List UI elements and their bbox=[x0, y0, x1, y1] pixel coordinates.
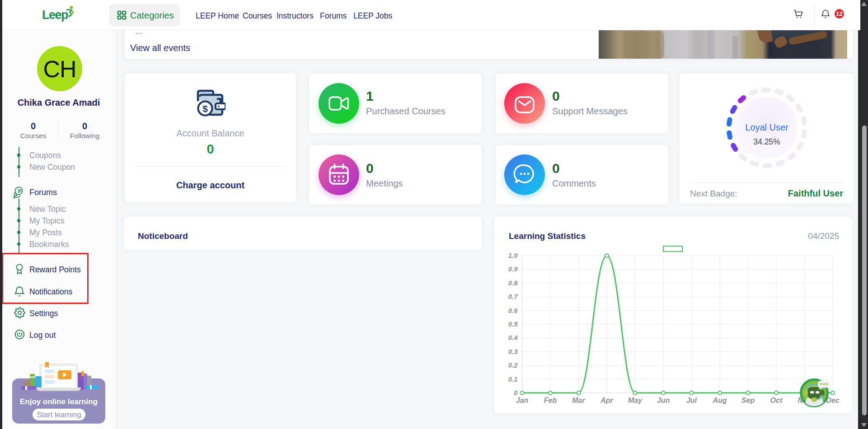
svg-text:Apr: Apr bbox=[600, 396, 613, 404]
svg-text:0.8: 0.8 bbox=[508, 279, 518, 287]
svg-text:0.3: 0.3 bbox=[508, 348, 518, 355]
svg-text:0.7: 0.7 bbox=[508, 293, 518, 300]
svg-text:Jul: Jul bbox=[686, 396, 697, 404]
svg-text:0.1: 0.1 bbox=[508, 375, 518, 383]
svg-text:Feb: Feb bbox=[544, 396, 557, 404]
svg-text:0.6: 0.6 bbox=[508, 307, 518, 314]
svg-text:Jan: Jan bbox=[516, 396, 529, 404]
svg-text:Jun: Jun bbox=[657, 396, 670, 404]
svg-text:Aug: Aug bbox=[712, 396, 727, 404]
svg-text:Sep: Sep bbox=[741, 396, 755, 404]
svg-text:0: 0 bbox=[514, 389, 518, 396]
svg-text:0.9: 0.9 bbox=[508, 265, 518, 273]
svg-text:May: May bbox=[628, 396, 643, 404]
svg-text:$: $ bbox=[202, 103, 208, 114]
svg-text:0.4: 0.4 bbox=[508, 334, 518, 341]
svg-text:0.2: 0.2 bbox=[508, 361, 518, 369]
svg-text:Oct: Oct bbox=[770, 396, 783, 404]
svg-text:1.0: 1.0 bbox=[508, 252, 518, 259]
svg-text:Mar: Mar bbox=[572, 396, 585, 404]
svg-text:0.5: 0.5 bbox=[508, 320, 518, 328]
